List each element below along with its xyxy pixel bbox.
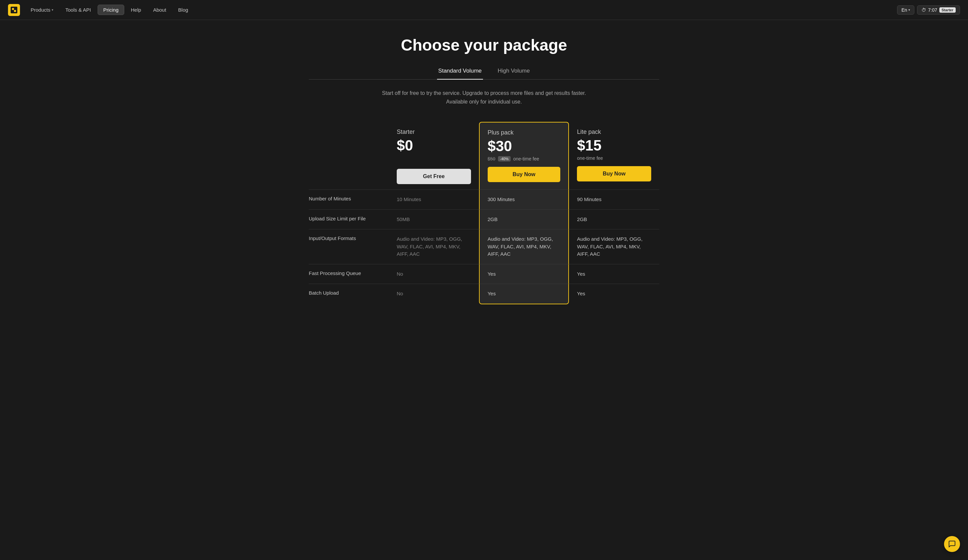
plus-original-price: $50 — [488, 156, 495, 162]
starter-upload: 50MB — [389, 210, 479, 230]
page-subtitle: Start off for free to try the service. U… — [378, 89, 590, 106]
lite-plan-header: Lite pack $15 one-time fee Buy Now — [569, 122, 659, 190]
chat-button[interactable] — [944, 536, 960, 552]
starter-plan-name: Starter — [397, 129, 471, 135]
feature-label-formats: Input/Output Formats — [309, 229, 389, 264]
chevron-down-icon: ▾ — [51, 8, 53, 12]
tab-standard-volume[interactable]: Standard Volume — [437, 65, 483, 79]
feature-label-queue: Fast Processing Queue — [309, 264, 389, 284]
lite-price-sub: one-time fee — [577, 155, 651, 161]
feature-label-minutes: Number of Minutes — [309, 190, 389, 210]
feature-label-upload: Upload Size Limit per File — [309, 210, 389, 230]
starter-formats: Audio and Video: MP3, OGG, WAV, FLAC, AV… — [389, 229, 479, 264]
lang-chevron-icon: ▾ — [908, 8, 910, 12]
main-content: Choose your package Standard Volume High… — [301, 20, 667, 331]
lite-batch: Yes — [569, 284, 659, 304]
feature-label-batch: Batch Upload — [309, 284, 389, 304]
navbar: Products ▾ Tools & API Pricing Help Abou… — [0, 0, 968, 20]
starter-queue: No — [389, 264, 479, 284]
language-selector[interactable]: En ▾ — [897, 5, 914, 15]
plus-plan-header: Plus pack $30 $50 -40% one-time fee Buy … — [479, 122, 569, 190]
lite-upload: 2GB — [569, 210, 659, 230]
lite-cta-button[interactable]: Buy Now — [577, 166, 651, 182]
empty-header — [309, 122, 389, 190]
chat-icon — [948, 540, 956, 548]
plus-cta-button[interactable]: Buy Now — [488, 167, 560, 182]
plus-formats: Audio and Video: MP3, OGG, WAV, FLAC, AV… — [479, 229, 569, 264]
nav-pricing[interactable]: Pricing — [98, 5, 124, 15]
starter-batch: No — [389, 284, 479, 304]
plus-plan-price: $30 — [488, 139, 560, 154]
nav-tools[interactable]: Tools & API — [60, 5, 96, 15]
lite-fee-label: one-time fee — [577, 155, 603, 161]
page-title: Choose your package — [309, 36, 659, 54]
lite-formats: Audio and Video: MP3, OGG, WAV, FLAC, AV… — [569, 229, 659, 264]
lite-plan-price: $15 — [577, 138, 651, 153]
starter-plan-price: $0 — [397, 138, 471, 153]
nav-about[interactable]: About — [148, 5, 172, 15]
lite-queue: Yes — [569, 264, 659, 284]
nav-items: Products ▾ Tools & API Pricing Help Abou… — [25, 5, 897, 15]
starter-cta-button[interactable]: Get Free — [397, 169, 471, 184]
tab-high-volume[interactable]: High Volume — [496, 65, 531, 79]
plus-price-sub: $50 -40% one-time fee — [488, 156, 560, 162]
volume-tabs: Standard Volume High Volume — [309, 65, 659, 79]
plus-plan-name: Plus pack — [488, 129, 560, 136]
lite-minutes: 90 Minutes — [569, 190, 659, 210]
clock-icon: ⏱ — [922, 7, 926, 13]
pricing-grid: Starter $0 Get Free Plus pack $30 $50 -4… — [309, 122, 659, 304]
lite-plan-name: Lite pack — [577, 129, 651, 135]
plus-upload: 2GB — [479, 210, 569, 230]
nav-blog[interactable]: Blog — [173, 5, 194, 15]
plus-minutes: 300 Minutes — [479, 190, 569, 210]
logo[interactable] — [8, 4, 20, 16]
nav-products[interactable]: Products ▾ — [25, 5, 59, 15]
plus-queue: Yes — [479, 264, 569, 284]
nav-right: En ▾ ⏱ 7:07 Starter — [897, 5, 960, 15]
plus-fee-label: one-time fee — [513, 156, 539, 162]
plus-batch: Yes — [479, 284, 569, 304]
nav-help[interactable]: Help — [126, 5, 147, 15]
plus-discount-badge: -40% — [498, 156, 511, 162]
starter-plan-header: Starter $0 Get Free — [389, 122, 479, 190]
timer-display[interactable]: ⏱ 7:07 Starter — [917, 5, 960, 15]
starter-minutes: 10 Minutes — [389, 190, 479, 210]
plan-badge: Starter — [939, 7, 956, 13]
